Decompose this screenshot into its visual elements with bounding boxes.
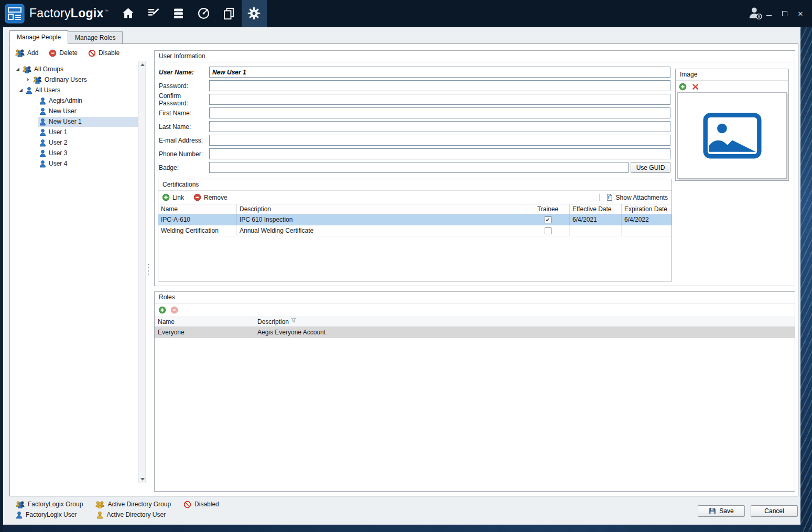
column-effective-date[interactable]: Effective Date	[570, 204, 622, 214]
confirm-password-label: Confirm Password:	[159, 92, 209, 107]
image-well[interactable]	[677, 92, 787, 179]
tree-label: New User	[49, 107, 77, 115]
npi-icon[interactable]	[191, 0, 216, 27]
column-description[interactable]: Description	[254, 317, 795, 327]
people-toolbar: Add Delete Disable	[15, 47, 120, 59]
tree-item-aegisadmin[interactable]: AegisAdmin	[11, 95, 138, 106]
add-image-button[interactable]	[679, 83, 687, 91]
tree-item-user-3[interactable]: User 3	[11, 148, 138, 158]
toolbar-separator	[599, 194, 600, 201]
cell-expiration-date	[622, 225, 672, 236]
tree-item-new-user-1[interactable]: New User 1	[11, 116, 138, 127]
save-button[interactable]: Save	[698, 505, 745, 517]
tree-item-user-1[interactable]: User 1	[11, 127, 138, 137]
collapse-arrow-icon[interactable]	[27, 78, 29, 82]
attachment-icon	[606, 193, 613, 201]
image-title: Image	[676, 69, 788, 81]
user-icon	[39, 139, 46, 147]
user-name-input[interactable]	[209, 67, 670, 78]
email-input[interactable]	[209, 135, 670, 146]
add-user-button[interactable]: Add	[15, 49, 38, 57]
password-input[interactable]	[209, 80, 670, 91]
home-glyph	[121, 6, 135, 20]
expand-arrow-icon[interactable]	[16, 68, 19, 71]
use-guid-button[interactable]: Use GUID	[631, 162, 670, 173]
tree-item-user-2[interactable]: User 2	[11, 137, 138, 148]
planning-icon[interactable]	[141, 0, 166, 27]
phone-label: Phone Number:	[159, 150, 209, 158]
delete-minus-icon	[49, 49, 57, 57]
roles-toolbar	[155, 303, 795, 317]
roles-header-row: Name Description	[155, 317, 795, 327]
certification-row-welding[interactable]: Welding Certification Annual Welding Cer…	[158, 225, 672, 236]
role-row-everyone[interactable]: Everyone Aegis Everyone Account	[155, 327, 795, 338]
link-certification-button[interactable]: Link	[162, 193, 184, 201]
disable-user-button[interactable]: Disable	[88, 49, 120, 57]
first-name-input[interactable]	[209, 107, 670, 118]
remove-certification-button[interactable]: Remove	[193, 193, 228, 201]
users-tree: All Groups Ordinary Users All Users Aegi…	[11, 61, 138, 169]
show-attachments-button[interactable]: Show Attachments	[599, 193, 668, 201]
panel-splitter[interactable]	[148, 264, 149, 275]
tree-scrollbar[interactable]	[138, 61, 146, 483]
trainee-checkbox[interactable]	[545, 227, 551, 234]
trainee-checkbox[interactable]: ✔	[545, 216, 551, 223]
disable-label: Disable	[99, 49, 120, 57]
close-button[interactable]: ✕	[796, 9, 805, 18]
user-icon	[39, 97, 46, 105]
remove-image-button[interactable]	[691, 83, 699, 91]
remove-role-button[interactable]	[170, 306, 178, 314]
last-name-input[interactable]	[209, 121, 670, 132]
tab-manage-roles[interactable]: Manage Roles	[68, 31, 123, 44]
tree-item-all-users[interactable]: All Users	[11, 85, 138, 95]
roles-groupbox: Roles Name Description Everyone Aegis Ev…	[154, 291, 795, 492]
settings-gear-icon[interactable]	[242, 0, 267, 27]
cell-name: IPC-A-610	[158, 214, 237, 225]
field-row-phone: Phone Number:	[159, 148, 670, 159]
tree-label: New User 1	[49, 118, 82, 125]
cell-effective-date	[570, 225, 622, 236]
person-x-glyph	[747, 6, 763, 20]
tree-item-ordinary-users[interactable]: Ordinary Users	[11, 74, 138, 85]
scroll-down-icon[interactable]	[140, 478, 145, 481]
column-name[interactable]: Name	[155, 317, 254, 327]
user-icon	[16, 511, 23, 519]
phone-input[interactable]	[209, 148, 670, 159]
column-trainee[interactable]: Trainee	[526, 204, 570, 214]
delete-user-button[interactable]: Delete	[49, 49, 78, 57]
scroll-up-icon[interactable]	[140, 63, 145, 66]
cell-description: IPC 610 Inspection	[237, 214, 526, 225]
certification-row-ipc-a-610[interactable]: IPC-A-610 IPC 610 Inspection ✔ 6/4/2021 …	[158, 214, 672, 225]
window-border-bottom	[3, 525, 800, 532]
materials-icon[interactable]	[166, 0, 191, 27]
expand-arrow-icon[interactable]	[19, 89, 23, 92]
application-window: FactoryLogix™ ✕ Manage People Manage Rol…	[0, 0, 812, 532]
titlebar: FactoryLogix™ ✕	[0, 0, 812, 27]
column-name[interactable]: Name	[158, 204, 237, 214]
cancel-button[interactable]: Cancel	[751, 505, 798, 517]
add-role-button[interactable]	[158, 306, 166, 314]
tab-manage-people[interactable]: Manage People	[9, 30, 68, 44]
tree-item-new-user[interactable]: New User	[11, 106, 138, 116]
documents-icon[interactable]	[216, 0, 242, 27]
home-icon[interactable]	[116, 0, 141, 27]
column-expiration-date[interactable]: Expiration Date	[622, 204, 672, 214]
legend-active-directory-group: Active Directory Group	[95, 501, 171, 508]
app-title: FactoryLogix™	[29, 6, 109, 20]
tree-item-all-groups[interactable]: All Groups	[11, 64, 138, 74]
filter-icon[interactable]	[291, 318, 296, 323]
confirm-password-input[interactable]	[209, 94, 670, 105]
sign-out-user-icon[interactable]	[747, 6, 763, 20]
tree-item-user-4[interactable]: User 4	[11, 158, 138, 169]
badge-input[interactable]	[209, 162, 629, 173]
minimize-button[interactable]	[765, 9, 773, 18]
certifications-toolbar: Link Remove Show Attachments	[158, 191, 672, 204]
field-row-email: E-mail Address:	[159, 135, 670, 146]
maximize-button[interactable]	[781, 9, 789, 18]
documents-glyph	[222, 6, 236, 20]
group-gold-icon	[95, 501, 104, 508]
footer-actions: Save Cancel	[698, 505, 798, 517]
cell-trainee: ✔	[526, 214, 570, 225]
user-information-groupbox: User Information User Name: Password: Co…	[154, 50, 795, 286]
column-description[interactable]: Description	[237, 204, 526, 214]
